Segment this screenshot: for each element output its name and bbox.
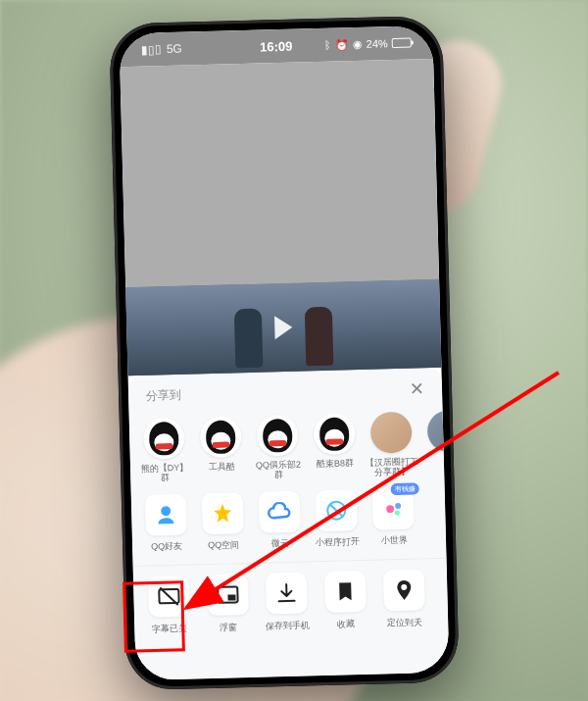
qzone-icon	[202, 492, 244, 534]
sheet-title: 分享到	[146, 386, 181, 404]
app-label: 小世界	[380, 534, 407, 548]
svg-rect-7	[227, 594, 235, 600]
app-xiaoshijie[interactable]: 有钱赚 小世界	[365, 487, 423, 547]
penguin-avatar	[200, 416, 242, 458]
contact-row[interactable]: 熊的【DY】群 工具酷 QQ俱乐部2群 酷束B8群 【汉居圈打工分享群】	[129, 407, 445, 487]
penguin-avatar	[257, 415, 299, 457]
battery-icon	[392, 37, 412, 48]
app-weiyun[interactable]: 微云	[251, 490, 310, 550]
badge-new: 有钱赚	[391, 482, 419, 495]
app-row[interactable]: QQ好友 QQ空间 微云	[131, 481, 447, 560]
contact-1[interactable]: 工具酷	[192, 416, 251, 481]
xiaoshijie-icon: 有钱赚	[372, 488, 415, 530]
share-sheet: 分享到 ✕ 熊的【DY】群 工具酷 QQ俱乐部2群	[128, 368, 450, 680]
miniapp-icon	[316, 489, 358, 531]
subtitle-off-icon	[148, 576, 190, 618]
qq-friends-icon	[145, 494, 187, 536]
contact-label: 【汉居圈打工分享群】	[366, 456, 419, 476]
download-icon	[266, 572, 308, 614]
contact-4[interactable]: 【汉居圈打工分享群】	[363, 411, 421, 476]
contact-0[interactable]: 熊的【DY】群	[135, 417, 194, 482]
pip-icon	[207, 574, 249, 616]
app-qzone[interactable]: QQ空间	[194, 492, 253, 552]
weiyun-icon	[259, 491, 301, 533]
action-label: 保存到手机	[266, 619, 310, 632]
app-miniapp[interactable]: 小程序打开	[308, 489, 367, 549]
status-time: 16:09	[120, 34, 433, 57]
action-bookmark[interactable]: 收藏	[316, 571, 376, 632]
play-icon[interactable]	[274, 316, 293, 339]
app-qq-friends[interactable]: QQ好友	[137, 493, 196, 553]
contact-label: QQ俱乐部2群	[252, 459, 306, 479]
bookmark-icon	[324, 571, 367, 613]
contact-2[interactable]: QQ俱乐部2群	[249, 414, 308, 479]
upper-gray-area	[120, 59, 439, 287]
contact-label: 熊的【DY】群	[138, 463, 192, 483]
app-label: QQ空间	[208, 538, 239, 552]
contact-label: 酷束B8群	[317, 458, 355, 478]
penguin-avatar	[314, 413, 356, 455]
video-preview[interactable]	[125, 279, 441, 376]
photo-avatar	[370, 412, 413, 454]
locate-icon	[383, 569, 425, 611]
close-icon[interactable]: ✕	[410, 377, 425, 399]
phone-screen: ▮▯▯ 5G 16:09 ᛒ ⏰ ◉ 24% 分享到 ✕	[119, 25, 449, 680]
action-subtitle-off[interactable]: 字幕已关	[139, 575, 200, 636]
svg-point-3	[395, 510, 400, 515]
video-figure-left	[234, 309, 264, 369]
action-label: 定位到天	[387, 616, 422, 629]
contact-5[interactable]: Q	[419, 410, 445, 476]
action-label: 字幕已关	[152, 623, 187, 636]
contact-3[interactable]: 酷束B8群	[306, 413, 365, 478]
svg-point-2	[395, 503, 401, 509]
action-pip[interactable]: 浮窗	[198, 574, 259, 635]
svg-point-1	[386, 505, 394, 513]
penguin-avatar	[143, 418, 185, 460]
app-label: QQ好友	[151, 540, 182, 554]
photo-avatar	[427, 410, 445, 452]
action-locate[interactable]: 定位到天	[374, 569, 435, 630]
video-figure-right	[305, 307, 334, 367]
app-label: 小程序打开	[315, 535, 359, 549]
phone-frame: ▮▯▯ 5G 16:09 ᛒ ⏰ ◉ 24% 分享到 ✕	[109, 16, 460, 691]
action-label: 浮窗	[220, 621, 237, 633]
contact-label: 工具酷	[208, 461, 235, 481]
action-download[interactable]: 保存到手机	[257, 572, 318, 633]
action-label: 收藏	[337, 618, 355, 630]
app-label: 微云	[271, 537, 289, 550]
action-row[interactable]: 字幕已关 浮窗 保存到手机	[133, 558, 449, 640]
